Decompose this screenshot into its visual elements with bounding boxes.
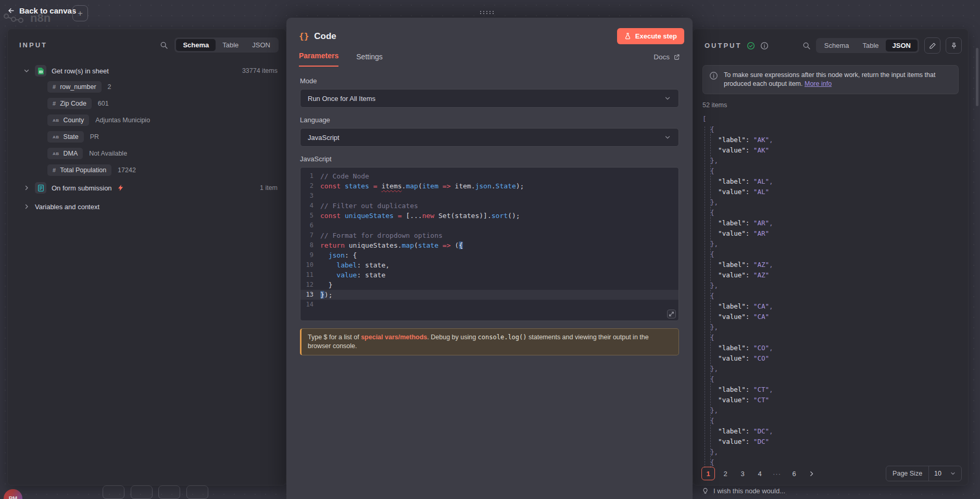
json-line: { xyxy=(702,332,968,343)
json-line: { xyxy=(702,124,968,135)
tab-table[interactable]: Table xyxy=(856,40,886,52)
user-avatar[interactable]: PM xyxy=(4,489,22,499)
page-button-1[interactable]: 1 xyxy=(701,467,715,480)
field-name: DMA xyxy=(64,150,78,157)
schema-field-pill[interactable]: #Zip Code xyxy=(47,98,92,109)
tab-json[interactable]: JSON xyxy=(886,40,918,52)
schema-field-pill[interactable]: #row_number xyxy=(47,81,102,93)
execute-step-button[interactable]: Execute step xyxy=(617,28,684,44)
input-node-form[interactable]: On form submission1 item xyxy=(8,178,286,197)
code-line: 4// Filter out duplicates xyxy=(300,201,679,211)
line-content: return uniqueStates.map(state => ({ xyxy=(320,240,679,250)
editor-resize-handle[interactable] xyxy=(667,310,676,318)
json-line: { xyxy=(702,166,968,176)
pin-data-button[interactable] xyxy=(946,37,962,54)
chevron-down-icon xyxy=(664,134,671,141)
output-pagination: 1234···6 Page Size 10 xyxy=(701,465,962,482)
tab-table[interactable]: Table xyxy=(216,39,245,51)
json-line: "label": "AR", xyxy=(702,218,968,228)
flask-icon xyxy=(624,33,631,40)
code-editor[interactable]: 1// Code Node2const states = items.map(i… xyxy=(300,167,679,321)
chevron-down-icon[interactable] xyxy=(23,68,30,74)
external-link-icon xyxy=(673,54,680,60)
pin-icon xyxy=(950,42,958,49)
json-line: "value": "CT" xyxy=(702,395,968,405)
line-number: 9 xyxy=(300,250,320,260)
json-line: }, xyxy=(702,197,968,208)
pagination-ellipsis: ··· xyxy=(770,467,784,480)
canvas-control-button[interactable] xyxy=(131,485,153,499)
line-content: } xyxy=(320,280,679,290)
output-panel: OUTPUT SchemaTableJSON To make sure exp xyxy=(693,29,969,485)
canvas-control-button[interactable] xyxy=(186,485,208,499)
json-line: { xyxy=(702,291,968,301)
pencil-icon xyxy=(929,42,936,49)
input-panel-title: INPUT xyxy=(19,41,47,49)
tab-parameters[interactable]: Parameters xyxy=(299,52,338,67)
page-button-2[interactable]: 2 xyxy=(719,467,732,480)
schema-field-pill[interactable]: #Total Population xyxy=(47,164,111,176)
json-line: "label": "DC", xyxy=(702,426,968,437)
page-size-control: Page Size 10 xyxy=(886,466,962,481)
back-to-canvas-label: Back to canvas xyxy=(19,6,76,15)
json-line: { xyxy=(702,374,968,385)
schema-field-row: #Zip Code601 xyxy=(8,95,286,112)
page-button-4[interactable]: 4 xyxy=(753,467,767,480)
field-value: 2 xyxy=(108,83,111,91)
field-value: 17242 xyxy=(118,167,136,174)
language-select[interactable]: JavaScript xyxy=(300,128,679,147)
add-node-button[interactable]: + xyxy=(72,5,88,21)
modal-drag-handle[interactable] xyxy=(479,10,496,15)
string-type-icon: AB xyxy=(53,151,59,156)
docs-link[interactable]: Docs xyxy=(654,53,680,67)
code-line: 11 value: state xyxy=(300,270,679,280)
more-info-link[interactable]: More info xyxy=(805,80,832,87)
tab-schema[interactable]: Schema xyxy=(176,39,216,51)
json-line: "value": "CA" xyxy=(702,312,968,322)
line-content: json: { xyxy=(320,250,679,260)
schema-field-pill[interactable]: ABState xyxy=(47,131,84,143)
line-number: 13 xyxy=(300,290,320,300)
tab-schema[interactable]: Schema xyxy=(818,40,856,52)
page-button-6[interactable]: 6 xyxy=(787,467,801,480)
page-size-select[interactable]: 10 xyxy=(929,470,961,477)
line-content: // Filter out duplicates xyxy=(320,201,679,211)
line-number: 7 xyxy=(300,231,320,240)
canvas-control-button[interactable] xyxy=(158,485,180,499)
tab-json[interactable]: JSON xyxy=(245,39,277,51)
scrollbar[interactable] xyxy=(976,48,978,106)
code-node-icon: {} xyxy=(299,31,309,41)
canvas-control-button[interactable] xyxy=(103,485,124,499)
special-vars-link[interactable]: special vars/methods xyxy=(361,334,427,341)
code-line: 7// Format for dropdown options xyxy=(300,231,679,240)
mode-select[interactable]: Run Once for All Items xyxy=(300,89,679,108)
node-feedback-link[interactable]: I wish this node would... xyxy=(702,487,785,495)
search-icon[interactable] xyxy=(160,41,168,49)
language-label: Language xyxy=(300,116,679,124)
search-icon[interactable] xyxy=(802,42,811,50)
schema-field-row: ABStatePR xyxy=(8,129,286,145)
back-to-canvas-button[interactable]: Back to canvas xyxy=(7,6,76,15)
line-number: 2 xyxy=(300,181,320,191)
line-number: 3 xyxy=(300,191,320,201)
input-node-sheet[interactable]: Get row(s) in sheet33774 items xyxy=(8,63,286,79)
output-json-view[interactable]: [ { "label": "AK", "value": "AK" }, { "l… xyxy=(702,114,968,468)
chevron-right-icon[interactable] xyxy=(23,203,30,210)
line-content: value: state xyxy=(320,270,679,280)
schema-field-pill[interactable]: ABCounty xyxy=(47,114,89,126)
json-line: "label": "CT", xyxy=(702,385,968,395)
edit-output-button[interactable] xyxy=(924,37,940,54)
chevron-right-icon[interactable] xyxy=(23,185,30,191)
json-line: { xyxy=(702,416,968,426)
next-page-button[interactable] xyxy=(805,467,818,480)
tab-settings[interactable]: Settings xyxy=(356,53,383,67)
input-panel: INPUT SchemaTableJSON Get row(s) in shee… xyxy=(7,29,286,485)
node-title[interactable]: Code xyxy=(314,31,336,42)
input-node-variables[interactable]: Variables and context xyxy=(8,197,286,216)
code-line: 14 xyxy=(300,300,679,310)
code-line: 9 json: { xyxy=(300,250,679,260)
schema-field-pill[interactable]: ABDMA xyxy=(47,148,83,159)
field-name: Total Population xyxy=(60,167,106,174)
line-content xyxy=(320,191,679,201)
page-button-3[interactable]: 3 xyxy=(736,467,749,480)
